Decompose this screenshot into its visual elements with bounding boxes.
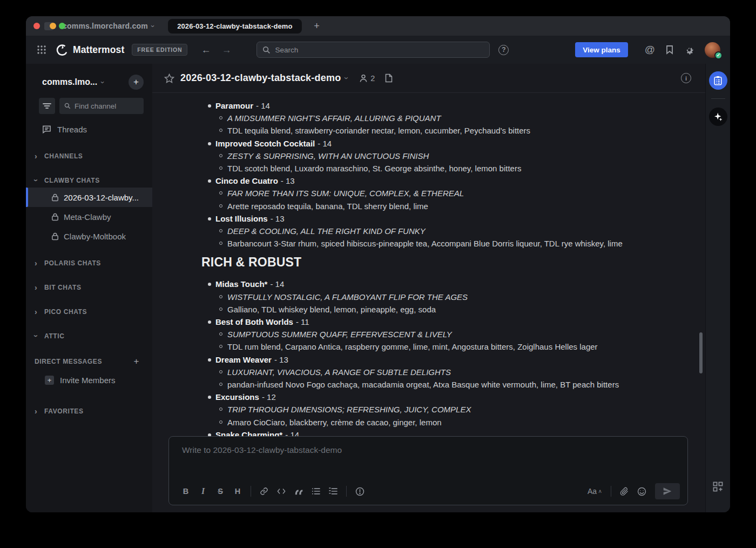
lock-icon — [51, 232, 59, 240]
channel-menu-chevron-icon[interactable] — [346, 74, 348, 82]
find-channel-input[interactable] — [75, 102, 139, 110]
chevron-right-icon — [35, 284, 42, 291]
channel-tab[interactable]: 2026-03-12-clawby-tabstack-demo — [168, 19, 301, 34]
send-message-button[interactable] — [655, 483, 680, 499]
recent-mentions-button[interactable]: @ — [645, 44, 655, 56]
channel-files-button[interactable] — [385, 73, 393, 83]
marketplace-button[interactable] — [713, 482, 723, 492]
sidebar-section-clawby-chats[interactable]: CLAWBY CHATS — [26, 173, 152, 188]
cocktail-item: Best of Both Worlds- 11 SUMPTUOUS SUMMER… — [201, 316, 687, 353]
sidebar-channel-item[interactable]: Meta-Clawby — [26, 207, 152, 226]
message-priority-button[interactable] — [352, 484, 368, 498]
numbered-list-button[interactable] — [325, 484, 341, 498]
cocktail-tagline-row: FAR MORE THAN ITS SUM: UNIQUE, COMPLEX, … — [201, 187, 687, 199]
italic-button[interactable]: I — [195, 484, 211, 498]
new-tab-button[interactable]: + — [310, 19, 323, 32]
search-input[interactable] — [275, 46, 484, 54]
sidebar-item-threads[interactable]: Threads — [26, 119, 152, 139]
circle-bullet-icon — [219, 166, 222, 170]
channel-sidebar: comms.lmo... + — [26, 64, 152, 512]
quote-button[interactable] — [291, 484, 307, 498]
product-switcher-button[interactable] — [35, 43, 48, 56]
channel-filter-button[interactable] — [39, 98, 55, 114]
cocktail-name-row: Paramour- 14 — [201, 99, 687, 112]
format-toggle-button[interactable]: Aa ˄ — [583, 487, 606, 496]
history-back-button[interactable]: ← — [199, 44, 212, 56]
global-search[interactable] — [256, 42, 490, 58]
attach-file-button[interactable] — [616, 484, 632, 498]
edition-badge: FREE EDITION — [132, 44, 187, 56]
formatting-toolbar: B I S H — [169, 483, 687, 505]
sidebar-section-pico-chats[interactable]: PICO CHATS — [26, 305, 152, 319]
server-selector[interactable]: comms.lmorchard.com — [59, 22, 154, 30]
add-channel-button[interactable]: + — [129, 75, 144, 90]
circle-bullet-icon — [219, 332, 222, 336]
quote-icon — [295, 488, 303, 495]
sidebar-section-direct-messages[interactable]: DIRECT MESSAGES + — [26, 355, 152, 369]
saved-posts-button[interactable] — [665, 45, 674, 55]
close-window-button[interactable] — [33, 23, 40, 29]
help-button[interactable]: ? — [498, 45, 509, 55]
minimize-window-button[interactable] — [50, 23, 56, 29]
heading-button[interactable]: H — [230, 484, 246, 498]
invite-members-item[interactable]: + Invite Members — [26, 371, 152, 389]
bulleted-list-icon — [312, 487, 320, 495]
code-button[interactable] — [273, 484, 289, 498]
lock-icon — [51, 193, 59, 202]
agents-button[interactable] — [709, 108, 727, 126]
strikethrough-button[interactable]: S — [212, 484, 228, 498]
channel-title[interactable]: 2026-03-12-clawby-tabstack-demo — [180, 72, 341, 84]
desktop-background: comms.lmorchard.com 2026-03-12-clawby-ta… — [0, 0, 756, 548]
circle-bullet-icon — [219, 116, 222, 119]
window-titlebar: comms.lmorchard.com 2026-03-12-clawby-ta… — [26, 16, 730, 36]
paperclip-icon — [620, 487, 629, 496]
sidebar-channel-item[interactable]: 2026-03-12-clawby... — [26, 188, 152, 207]
mattermost-logo-icon — [56, 43, 69, 56]
cocktail-ingredients-row: Arette reposado tequila, banana, TDL she… — [201, 200, 687, 212]
bullet-icon — [208, 142, 211, 145]
chevron-down-icon — [35, 177, 42, 184]
section-heading: RICH & ROBUST — [201, 254, 687, 270]
message-input[interactable]: Write to 2026-03-12-clawby-tabstack-demo — [169, 437, 687, 483]
numbered-list-icon — [329, 487, 338, 495]
sidebar-section-polaris-chats[interactable]: POLARIS CHATS — [26, 256, 152, 270]
bullet-icon — [208, 396, 211, 399]
sidebar-channel-item[interactable]: Clawby-Moltbook — [26, 226, 152, 246]
bulleted-list-button[interactable] — [308, 484, 324, 498]
team-name[interactable]: comms.lmo... — [42, 77, 97, 87]
scrollbar-thumb[interactable] — [699, 332, 703, 373]
cocktail-tagline-row: TRIP THROUGH DIMENSIONS; REFRESHING, JUI… — [201, 403, 687, 416]
bullet-icon — [208, 358, 211, 362]
channel-members-button[interactable]: 2 — [359, 74, 375, 83]
emoji-button[interactable] — [633, 484, 650, 498]
settings-button[interactable] — [684, 45, 694, 55]
cocktail-ingredients-row: TDL rum blend, Carpano Antica, raspberry… — [201, 340, 687, 353]
link-button[interactable] — [256, 484, 272, 498]
view-plans-button[interactable]: View plans — [575, 42, 628, 57]
cocktail-ingredients-row: Barbancourt 3-Star rhum, spiced hibiscus… — [201, 237, 687, 250]
sidebar-section-favorites[interactable]: FAVORITES — [26, 404, 152, 418]
favorite-channel-button[interactable] — [164, 73, 174, 83]
star-icon — [164, 73, 174, 83]
history-forward-button[interactable]: → — [220, 44, 233, 56]
bullet-icon — [208, 104, 211, 108]
circle-bullet-icon — [219, 242, 222, 245]
invite-members-label: Invite Members — [60, 376, 116, 385]
sidebar-section-channels[interactable]: CHANNELS — [26, 149, 152, 163]
sidebar-section-attic[interactable]: ATTIC — [26, 329, 152, 343]
online-status-badge: ✓ — [714, 51, 723, 59]
playbooks-button[interactable] — [709, 71, 727, 90]
chevron-down-icon — [152, 23, 154, 30]
sidebar-section-bit-chats[interactable]: BIT CHATS — [26, 280, 152, 295]
channel-info-button[interactable]: i — [681, 73, 691, 83]
bold-button[interactable]: B — [178, 484, 194, 498]
person-icon — [359, 74, 368, 83]
circle-bullet-icon — [219, 191, 222, 195]
cocktail-name-row: Best of Both Worlds- 11 — [201, 316, 687, 328]
find-channel-box[interactable] — [59, 98, 144, 114]
add-direct-message-button[interactable]: + — [133, 356, 139, 367]
user-avatar[interactable]: ✓ — [705, 42, 720, 58]
bullet-icon — [208, 283, 211, 286]
team-menu-chevron-icon — [102, 79, 104, 86]
toolbar-divider — [346, 486, 347, 497]
